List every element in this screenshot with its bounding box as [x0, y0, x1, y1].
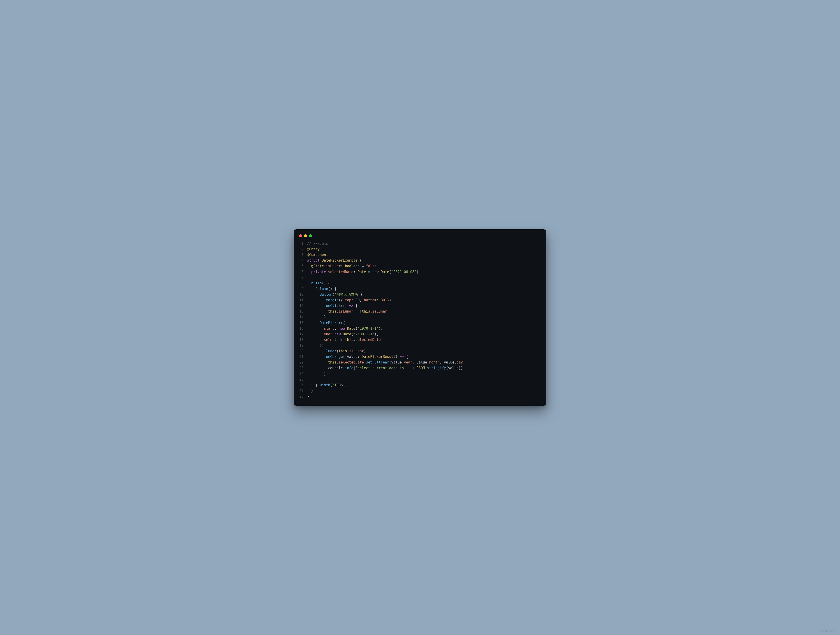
- line-source[interactable]: selected: this.selectedDate: [307, 337, 542, 343]
- close-icon[interactable]: [299, 234, 302, 237]
- code-line[interactable]: 12 .onClick(() => {: [298, 303, 542, 309]
- token-pun: [307, 332, 324, 336]
- token-fn: setFullYear: [366, 360, 389, 364]
- token-pun: (: [351, 332, 353, 336]
- token-pun: }: [307, 389, 313, 393]
- token-fn: build: [311, 281, 322, 285]
- code-line[interactable]: 4struct DatePickerExample {: [298, 258, 542, 263]
- token-pun: :: [330, 332, 335, 336]
- code-line[interactable]: 28}: [298, 394, 542, 399]
- token-id: value: [392, 360, 402, 364]
- token-pun: {: [360, 258, 362, 263]
- code-line[interactable]: 27 }: [298, 388, 542, 394]
- code-line[interactable]: 8 build() {: [298, 280, 542, 286]
- token-pun: [307, 309, 328, 314]
- line-number: 5: [298, 263, 307, 269]
- line-number: 14: [298, 314, 307, 320]
- token-pun: [307, 338, 324, 342]
- line-source[interactable]: private selectedDate: Date = new Date('2…: [307, 269, 542, 275]
- code-line[interactable]: 9 Column() {: [298, 286, 542, 292]
- code-line[interactable]: 17 end: new Date('2100-1-1'),: [298, 331, 542, 337]
- code-line[interactable]: 5 @State isLunar: boolean = false: [298, 263, 542, 269]
- line-number: 11: [298, 298, 307, 303]
- line-number: 9: [298, 286, 307, 292]
- token-pun: {: [354, 304, 358, 308]
- token-false: false: [366, 264, 377, 268]
- code-line[interactable]: 15 DatePicker({: [298, 320, 542, 326]
- line-number: 24: [298, 371, 307, 377]
- zoom-icon[interactable]: [309, 234, 312, 237]
- line-source[interactable]: .lunar(this.isLunar): [307, 348, 542, 354]
- token-ty: Date: [347, 326, 355, 331]
- line-source[interactable]: [307, 377, 542, 383]
- token-pun: .: [370, 309, 372, 314]
- code-line[interactable]: 22 this.selectedDate.setFullYear(value.y…: [298, 360, 542, 365]
- line-source[interactable]: end: new Date('2100-1-1'),: [307, 331, 542, 337]
- line-source[interactable]: .onChange((value: DatePickerResult) => {: [307, 354, 542, 360]
- token-prop: isLunar: [326, 264, 341, 268]
- line-source[interactable]: struct DatePickerExample {: [307, 258, 542, 263]
- line-source[interactable]: }: [307, 394, 542, 399]
- token-kw: =>: [349, 304, 354, 308]
- code-line[interactable]: 14 }): [298, 314, 542, 320]
- line-source[interactable]: Column() {: [307, 286, 542, 292]
- token-op: =: [366, 270, 373, 274]
- line-source[interactable]: }: [307, 388, 542, 394]
- line-source[interactable]: DatePicker({: [307, 320, 542, 326]
- code-line[interactable]: 6 private selectedDate: Date = new Date(…: [298, 269, 542, 275]
- code-line[interactable]: 7: [298, 275, 542, 280]
- code-line[interactable]: 3@Component: [298, 252, 542, 258]
- code-line[interactable]: 21 .onChange((value: DatePickerResult) =…: [298, 354, 542, 360]
- minimize-icon[interactable]: [304, 234, 307, 237]
- line-source[interactable]: }): [307, 371, 542, 377]
- token-pun: () {: [322, 281, 330, 285]
- token-pun: .: [455, 360, 456, 364]
- code-line[interactable]: 16 start: new Date('1970-1-1'),: [298, 326, 542, 331]
- token-pun: [307, 366, 328, 370]
- line-number: 20: [298, 348, 307, 354]
- code-line[interactable]: 26 }.width('100%'): [298, 383, 542, 388]
- line-source[interactable]: @Entry: [307, 246, 542, 252]
- token-pun: ,: [440, 360, 444, 364]
- line-number: 3: [298, 252, 307, 258]
- line-number: 25: [298, 377, 307, 383]
- line-source[interactable]: @Component: [307, 252, 542, 258]
- code-area[interactable]: 1// xxx.ets2@Entry3@Component4struct Dat…: [298, 241, 542, 399]
- line-source[interactable]: .onClick(() => {: [307, 303, 542, 309]
- token-mprop: selectedDate: [339, 360, 364, 364]
- line-source[interactable]: }): [307, 314, 542, 320]
- line-source[interactable]: @State isLunar: boolean = false: [307, 263, 542, 269]
- line-source[interactable]: start: new Date('1970-1-1'),: [307, 326, 542, 331]
- line-source[interactable]: [307, 275, 542, 280]
- line-source[interactable]: // xxx.ets: [307, 241, 542, 246]
- token-pun: ): [463, 360, 465, 364]
- line-source[interactable]: .margin({ top: 30, bottom: 30 }): [307, 298, 542, 303]
- code-line[interactable]: 18 selected: this.selectedDate: [298, 337, 542, 343]
- line-source[interactable]: this.selectedDate.setFullYear(value.year…: [307, 360, 542, 365]
- code-line[interactable]: 2@Entry: [298, 246, 542, 252]
- token-fn: DatePicker: [320, 321, 341, 325]
- code-line[interactable]: 13 this.isLunar = !this.isLunar: [298, 309, 542, 314]
- code-line[interactable]: 19 }): [298, 343, 542, 348]
- token-pun: ),: [374, 332, 379, 336]
- token-dec: @State: [311, 264, 326, 268]
- token-mprop: month: [429, 360, 440, 364]
- line-source[interactable]: Button('切换公历农历'): [307, 292, 542, 298]
- token-id: value: [347, 355, 358, 359]
- token-ty: JSON: [417, 366, 425, 370]
- line-source[interactable]: console.info('select current date is: ' …: [307, 365, 542, 371]
- line-source[interactable]: }): [307, 343, 542, 348]
- code-line[interactable]: 1// xxx.ets: [298, 241, 542, 246]
- code-line[interactable]: 23 console.info('select current date is:…: [298, 365, 542, 371]
- line-source[interactable]: }.width('100%'): [307, 383, 542, 388]
- code-line[interactable]: 24 }): [298, 371, 542, 377]
- code-line[interactable]: 10 Button('切换公历农历'): [298, 292, 542, 298]
- code-line[interactable]: 25: [298, 377, 542, 383]
- token-this: this: [328, 309, 336, 314]
- code-line[interactable]: 20 .lunar(this.isLunar): [298, 348, 542, 354]
- line-source[interactable]: this.isLunar = !this.isLunar: [307, 309, 542, 314]
- token-pun: :: [335, 326, 339, 331]
- token-pun: ({: [339, 298, 345, 302]
- line-source[interactable]: build() {: [307, 280, 542, 286]
- code-line[interactable]: 11 .margin({ top: 30, bottom: 30 }): [298, 298, 542, 303]
